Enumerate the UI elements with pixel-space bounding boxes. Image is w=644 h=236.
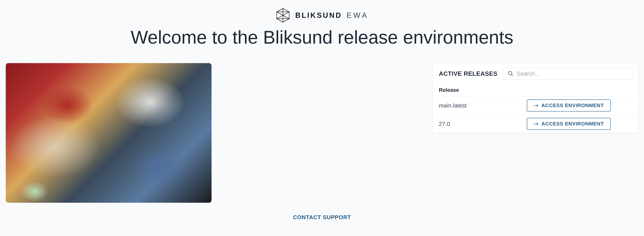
hero-image <box>6 63 212 203</box>
search-input[interactable] <box>517 70 630 77</box>
table-header-row: Release <box>433 83 638 96</box>
brand-logo-icon <box>275 8 290 23</box>
header: BLIKSUND EWA <box>6 8 638 23</box>
access-environment-button[interactable]: ACCESS ENVIRONMENT <box>527 118 611 130</box>
button-label: ACCESS ENVIRONMENT <box>542 121 604 127</box>
access-environment-button[interactable]: ACCESS ENVIRONMENT <box>527 99 611 111</box>
table-row: 27.0 ACCESS ENVIRONMENT <box>433 115 638 133</box>
button-label: ACCESS ENVIRONMENT <box>542 102 604 108</box>
arrow-right-icon <box>534 104 539 107</box>
releases-title: ACTIVE RELEASES <box>439 70 497 77</box>
brand-suffix: EWA <box>347 11 369 19</box>
search-icon <box>507 70 514 77</box>
page-title: Welcome to the Bliksund release environm… <box>6 27 638 48</box>
arrow-right-icon <box>534 122 539 126</box>
footer: CONTACT SUPPORT <box>6 214 638 221</box>
brand-name: BLIKSUND <box>295 11 342 19</box>
releases-panel: ACTIVE RELEASES Release main.latest <box>432 63 638 133</box>
release-name: 27.0 <box>439 121 527 127</box>
table-row: main.latest ACCESS ENVIRONMENT <box>433 96 638 115</box>
search-field-wrapper[interactable] <box>503 67 634 80</box>
release-name: main.latest <box>439 102 527 109</box>
svg-line-7 <box>511 75 513 76</box>
contact-support-link[interactable]: CONTACT SUPPORT <box>293 214 351 220</box>
column-header-release: Release <box>439 87 527 93</box>
